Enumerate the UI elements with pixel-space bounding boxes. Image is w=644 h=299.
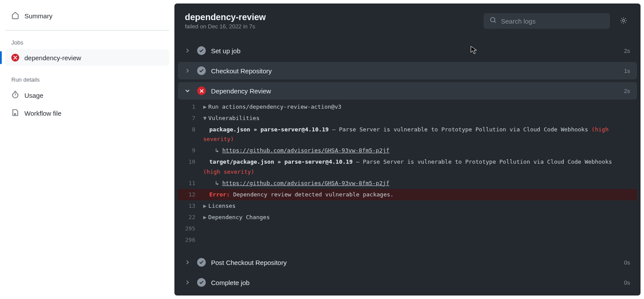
sidebar-usage[interactable]: Usage bbox=[5, 86, 169, 104]
jobs-heading: Jobs bbox=[5, 36, 169, 49]
job-log-panel: dependency-review failed on Dec 16, 2022… bbox=[174, 3, 641, 296]
log-line: 10target/package.json » parse-server@4.1… bbox=[178, 156, 637, 177]
chevron-right-icon bbox=[185, 68, 192, 73]
log-output[interactable]: 1▶Run actions/dependency-review-action@v… bbox=[178, 100, 637, 251]
step-label: Dependency Review bbox=[211, 87, 619, 95]
divider bbox=[5, 30, 169, 31]
log-line: 296 bbox=[178, 234, 637, 246]
sidebar-job-dependency-review[interactable]: dependency-review bbox=[5, 49, 169, 66]
steps-list: Set up job 2s Checkout Repository 1s Dep… bbox=[174, 42, 641, 295]
job-subtitle: failed on Dec 16, 2022 in 7s bbox=[185, 23, 477, 30]
advisory-link[interactable]: https://github.com/advisories/GHSA-93vw-… bbox=[222, 180, 390, 186]
log-line: 22▶Dependency Changes bbox=[178, 212, 637, 223]
status-failed-icon bbox=[197, 86, 206, 95]
gear-icon bbox=[620, 19, 627, 26]
job-title: dependency-review bbox=[185, 12, 477, 22]
step-label: Checkout Repository bbox=[211, 67, 619, 75]
step-set-up-job[interactable]: Set up job 2s bbox=[178, 42, 637, 59]
step-duration: 2s bbox=[624, 48, 630, 54]
svg-point-2 bbox=[623, 19, 625, 21]
run-details-heading: Run details bbox=[5, 73, 169, 86]
step-label: Post Checkout Repository bbox=[211, 259, 619, 266]
home-icon bbox=[11, 11, 19, 21]
step-duration: 0s bbox=[624, 279, 630, 286]
sidebar-usage-label: Usage bbox=[24, 92, 43, 99]
log-settings-button[interactable] bbox=[617, 14, 630, 28]
step-duration: 1s bbox=[624, 68, 630, 74]
status-success-icon bbox=[197, 46, 206, 55]
log-line: 13▶Licenses bbox=[178, 200, 637, 212]
step-duration: 2s bbox=[624, 88, 630, 94]
sidebar-summary[interactable]: Summary bbox=[5, 7, 169, 25]
step-label: Complete job bbox=[211, 279, 619, 286]
job-header: dependency-review failed on Dec 16, 2022… bbox=[174, 3, 641, 42]
log-line: 11↳ https://github.com/advisories/GHSA-9… bbox=[178, 178, 637, 189]
log-line: 8package.json » parse-server@4.10.19 – P… bbox=[178, 124, 637, 145]
status-failed-icon bbox=[11, 54, 19, 62]
log-line: 7▼Vulnerabilities bbox=[178, 113, 637, 124]
search-logs[interactable] bbox=[484, 13, 610, 29]
stopwatch-icon bbox=[11, 91, 19, 100]
sidebar: Summary Jobs dependency-review Run detai… bbox=[0, 0, 174, 299]
chevron-right-icon bbox=[185, 48, 192, 53]
sidebar-job-label: dependency-review bbox=[24, 54, 81, 62]
search-logs-input[interactable] bbox=[501, 17, 604, 25]
chevron-down-icon bbox=[185, 88, 192, 93]
status-success-icon bbox=[197, 258, 206, 267]
svg-point-1 bbox=[491, 17, 495, 22]
sidebar-summary-label: Summary bbox=[24, 12, 52, 20]
step-dependency-review-header[interactable]: Dependency Review 2s bbox=[178, 82, 637, 100]
workflow-file-icon bbox=[11, 109, 19, 118]
status-success-icon bbox=[197, 66, 206, 75]
chevron-right-icon bbox=[185, 280, 192, 285]
step-dependency-review: Dependency Review 2s 1▶Run actions/depen… bbox=[178, 82, 637, 251]
sidebar-workflow-file-label: Workflow file bbox=[24, 110, 61, 117]
log-line: 1▶Run actions/dependency-review-action@v… bbox=[178, 101, 637, 113]
step-post-checkout-repository[interactable]: Post Checkout Repository 0s bbox=[178, 254, 637, 271]
sidebar-workflow-file[interactable]: Workflow file bbox=[5, 104, 169, 122]
search-icon bbox=[490, 17, 497, 25]
log-line: 295 bbox=[178, 223, 637, 234]
log-line: 9↳ https://github.com/advisories/GHSA-93… bbox=[178, 145, 637, 156]
step-complete-job[interactable]: Complete job 0s bbox=[178, 274, 637, 291]
step-label: Set up job bbox=[211, 47, 619, 55]
status-success-icon bbox=[197, 278, 206, 287]
chevron-right-icon bbox=[185, 260, 192, 265]
step-duration: 0s bbox=[624, 259, 630, 266]
step-checkout-repository[interactable]: Checkout Repository 1s bbox=[178, 62, 637, 79]
advisory-link[interactable]: https://github.com/advisories/GHSA-93vw-… bbox=[222, 147, 390, 154]
log-line-error: 12Error: Dependency review detected vuln… bbox=[178, 189, 637, 200]
